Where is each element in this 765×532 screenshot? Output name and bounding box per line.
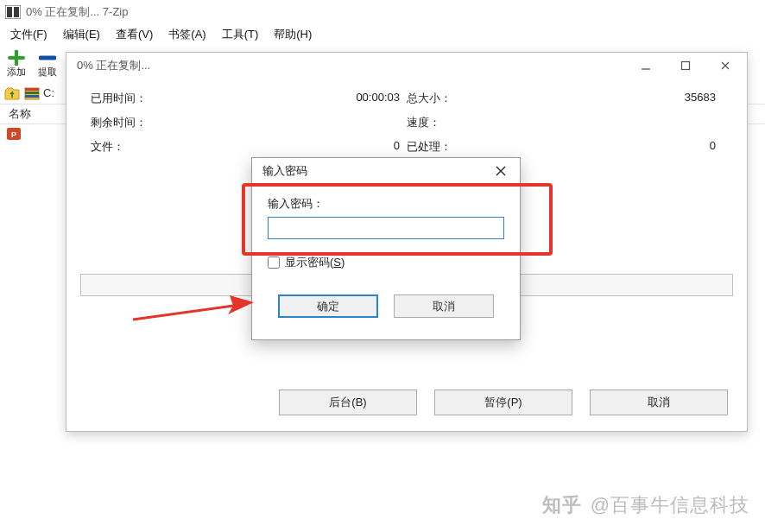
value-speed — [528, 115, 723, 130]
main-titlebar: 0% 正在复制... 7-Zip — [0, 0, 765, 24]
menu-help[interactable]: 帮助(H) — [267, 25, 319, 44]
progress-title: 0% 正在复制... — [77, 58, 150, 73]
password-input[interactable] — [268, 217, 504, 239]
show-password-row[interactable]: 显示密码(S) — [268, 255, 504, 270]
value-remaining — [212, 115, 407, 130]
close-button[interactable] — [705, 53, 745, 79]
progress-titlebar[interactable]: 0% 正在复制... — [66, 53, 747, 79]
label-total-size: 总大小： — [407, 91, 528, 106]
password-dialog-title: 输入密码 — [262, 163, 307, 179]
archive-icon — [24, 86, 40, 101]
svg-rect-1 — [7, 7, 12, 17]
add-label: 添加 — [7, 66, 26, 79]
password-dialog: 输入密码 输入密码： 显示密码(S) 确定 取消 — [251, 157, 521, 340]
svg-rect-5 — [25, 92, 39, 94]
ppt-file-icon: P — [7, 128, 21, 140]
svg-text:P: P — [11, 130, 16, 139]
watermark-handle: @百事牛信息科技 — [591, 492, 749, 518]
password-titlebar[interactable]: 输入密码 — [252, 158, 520, 184]
menu-view[interactable]: 查看(V) — [109, 25, 160, 44]
progress-stats: 已用时间： 00:00:03 总大小： 35683 剩余时间： 速度： 文件： … — [66, 79, 747, 162]
add-button[interactable]: 添加 — [3, 50, 29, 79]
extract-button[interactable]: 提取 — [35, 50, 60, 79]
show-password-checkbox[interactable] — [268, 256, 280, 269]
label-files: 文件： — [91, 139, 212, 155]
password-label: 输入密码： — [268, 196, 504, 212]
svg-rect-6 — [25, 95, 39, 98]
svg-rect-9 — [682, 62, 690, 70]
column-name[interactable]: 名称 — [0, 106, 52, 122]
menu-file[interactable]: 文件(F) — [3, 25, 54, 44]
menu-tool[interactable]: 工具(T) — [215, 25, 266, 44]
watermark: 知乎 @百事牛信息科技 — [542, 492, 749, 518]
close-icon[interactable] — [487, 159, 515, 183]
menu-edit[interactable]: 编辑(E) — [56, 25, 107, 44]
zhihu-logo: 知乎 — [542, 492, 582, 518]
7zip-app-icon — [5, 5, 21, 19]
cancel-button[interactable]: 取消 — [590, 390, 728, 415]
minimize-button[interactable] — [626, 53, 666, 79]
label-speed: 速度： — [407, 115, 528, 130]
cancel-password-button[interactable]: 取消 — [394, 294, 494, 318]
ok-button[interactable]: 确定 — [278, 294, 378, 318]
label-elapsed: 已用时间： — [91, 91, 212, 106]
plus-icon — [8, 50, 25, 66]
maximize-button[interactable] — [666, 53, 705, 79]
svg-rect-4 — [25, 88, 39, 91]
extract-label: 提取 — [38, 66, 57, 79]
pause-button[interactable]: 暂停(P) — [434, 390, 572, 415]
main-window-title: 0% 正在复制... 7-Zip — [26, 4, 128, 20]
minus-icon — [39, 50, 56, 66]
value-files: 0 — [212, 139, 407, 155]
background-button[interactable]: 后台(B) — [279, 390, 417, 415]
value-processed: 0 — [528, 139, 723, 155]
menu-bookmark[interactable]: 书签(A) — [161, 25, 212, 44]
value-elapsed: 00:00:03 — [212, 91, 407, 106]
label-remaining: 剩余时间： — [91, 115, 212, 130]
label-processed: 已处理： — [407, 139, 528, 155]
address-path[interactable]: C: — [43, 86, 54, 99]
show-password-label: 显示密码(S) — [285, 255, 345, 270]
menu-bar: 文件(F) 编辑(E) 查看(V) 书签(A) 工具(T) 帮助(H) — [0, 24, 765, 45]
value-total-size: 35683 — [528, 91, 723, 106]
folder-up-icon[interactable] — [3, 85, 21, 102]
svg-rect-2 — [14, 7, 19, 17]
